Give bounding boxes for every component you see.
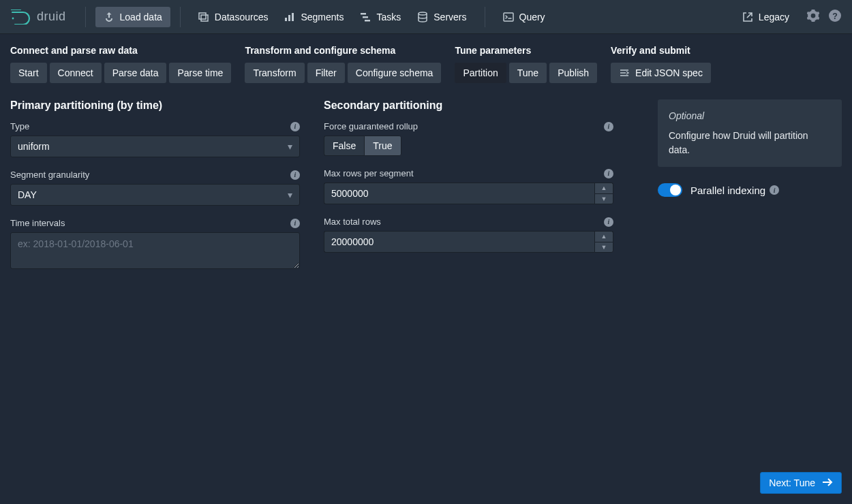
next-label: Next: Tune: [769, 477, 815, 488]
decrement-button[interactable]: ▼: [594, 193, 613, 205]
nav-item-label: Segments: [301, 12, 344, 22]
optional-text: Configure how Druid will partition data.: [669, 129, 831, 157]
seg-label: Segment granularity: [10, 170, 89, 180]
field-time-intervals: Time intervals i: [10, 218, 300, 271]
nav-datasources[interactable]: Datasources: [190, 7, 277, 27]
increment-button[interactable]: ▲: [594, 231, 613, 242]
next-button[interactable]: Next: Tune: [760, 472, 842, 494]
parallel-indexing-switch[interactable]: [658, 183, 682, 197]
pill-filter[interactable]: Filter: [307, 63, 345, 83]
field-force-rollup: Force guaranteed rollup i False True: [324, 121, 613, 156]
chevron-down-icon: ▾: [288, 189, 292, 200]
secondary-partitioning-section: Secondary partitioning Force guaranteed …: [324, 99, 613, 283]
step-group-label: Tune parameters: [455, 45, 597, 56]
max-total-rows-input[interactable]: [324, 231, 594, 253]
field-max-total-rows: Max total rows i ▲ ▼: [324, 217, 613, 253]
info-icon[interactable]: i: [290, 122, 300, 131]
info-icon[interactable]: i: [290, 219, 300, 228]
nav-divider: [485, 7, 485, 27]
svg-rect-3: [201, 15, 208, 21]
info-icon[interactable]: i: [770, 185, 779, 195]
intervals-label: Time intervals: [10, 218, 65, 228]
info-icon[interactable]: i: [290, 170, 300, 180]
optional-card: Optional Configure how Druid will partit…: [658, 99, 842, 167]
side-panel: Optional Configure how Druid will partit…: [658, 99, 842, 283]
type-label: Type: [10, 121, 29, 131]
nav-legacy-label: Legacy: [759, 12, 789, 22]
rollup-label: Force guaranteed rollup: [324, 121, 418, 131]
nav-tasks[interactable]: Tasks: [352, 7, 409, 27]
time-intervals-input[interactable]: [10, 232, 300, 269]
edit-json-icon: [619, 67, 630, 78]
rollup-toggle: False True: [324, 136, 401, 156]
nav-item-label: Datasources: [215, 12, 269, 22]
top-navbar: druid Load data Datasources Segments Tas…: [0, 0, 852, 34]
rollup-false[interactable]: False: [324, 136, 364, 156]
pill-edit-json[interactable]: Edit JSON spec: [611, 63, 711, 83]
stack-icon: [198, 12, 209, 22]
external-link-icon: [742, 12, 753, 22]
step-group-transform: Transform and configure schema Transform…: [245, 45, 441, 83]
info-icon[interactable]: i: [604, 169, 613, 178]
increment-button[interactable]: ▲: [594, 183, 613, 193]
svg-rect-5: [288, 15, 290, 21]
info-icon[interactable]: i: [604, 122, 613, 131]
database-icon: [417, 12, 428, 22]
primary-partitioning-section: Primary partitioning (by time) Type i un…: [10, 99, 300, 283]
nav-item-label: Tasks: [376, 12, 401, 22]
nav-item-label: Query: [519, 12, 545, 22]
nav-item-label: Load data: [120, 12, 162, 22]
brand-text: druid: [37, 10, 66, 24]
step-group-label: Connect and parse raw data: [10, 45, 231, 56]
segment-granularity-select[interactable]: DAY ▾: [10, 184, 300, 206]
maxtotal-label: Max total rows: [324, 217, 381, 227]
parallel-indexing-row: Parallel indexing i: [658, 183, 842, 197]
arrow-right-icon: [822, 477, 833, 488]
primary-heading: Primary partitioning (by time): [10, 99, 300, 112]
nav-servers[interactable]: Servers: [409, 7, 474, 27]
type-select[interactable]: uniform ▾: [10, 136, 300, 157]
svg-rect-6: [292, 13, 294, 21]
decrement-button[interactable]: ▼: [594, 242, 613, 253]
nav-query[interactable]: Query: [495, 7, 553, 27]
pill-parse-data[interactable]: Parse data: [104, 63, 167, 83]
nav-legacy[interactable]: Legacy: [734, 7, 797, 27]
wizard-steps: Connect and parse raw data Start Connect…: [0, 34, 852, 83]
optional-label: Optional: [669, 109, 831, 123]
brand-logo[interactable]: druid: [11, 10, 66, 25]
rollup-true[interactable]: True: [364, 136, 401, 156]
step-group-label: Transform and configure schema: [245, 45, 441, 56]
chevron-down-icon: ▾: [288, 141, 292, 152]
max-rows-input[interactable]: [324, 183, 594, 204]
svg-text:?: ?: [832, 12, 838, 21]
parallel-indexing-label: Parallel indexing: [690, 185, 765, 196]
switch-knob: [670, 185, 681, 195]
pill-configure-schema[interactable]: Configure schema: [348, 63, 442, 83]
pill-parse-time[interactable]: Parse time: [169, 63, 231, 83]
pill-start[interactable]: Start: [10, 63, 47, 83]
field-segment-granularity: Segment granularity i DAY ▾: [10, 170, 300, 206]
nav-segments[interactable]: Segments: [276, 7, 352, 27]
field-max-rows-segment: Max rows per segment i ▲ ▼: [324, 168, 613, 204]
svg-rect-11: [504, 13, 513, 21]
svg-rect-7: [361, 13, 366, 15]
pill-tune[interactable]: Tune: [509, 63, 547, 83]
svg-rect-8: [363, 16, 368, 18]
step-group-tune: Tune parameters Partition Tune Publish: [455, 45, 597, 83]
secondary-heading: Secondary partitioning: [324, 99, 613, 112]
nav-load-data[interactable]: Load data: [95, 7, 170, 27]
upload-icon: [104, 12, 115, 22]
svg-rect-9: [365, 20, 370, 22]
help-icon[interactable]: ?: [829, 10, 841, 24]
main-content: Primary partitioning (by time) Type i un…: [0, 83, 852, 283]
pill-transform[interactable]: Transform: [245, 63, 304, 83]
console-icon: [503, 12, 514, 22]
svg-point-1: [12, 17, 14, 19]
gear-icon[interactable]: [807, 10, 819, 24]
nav-item-label: Servers: [433, 12, 466, 22]
pill-partition[interactable]: Partition: [455, 63, 506, 83]
pill-connect[interactable]: Connect: [50, 63, 102, 83]
info-icon[interactable]: i: [604, 217, 613, 227]
svg-point-10: [419, 12, 427, 15]
pill-publish[interactable]: Publish: [549, 63, 597, 83]
